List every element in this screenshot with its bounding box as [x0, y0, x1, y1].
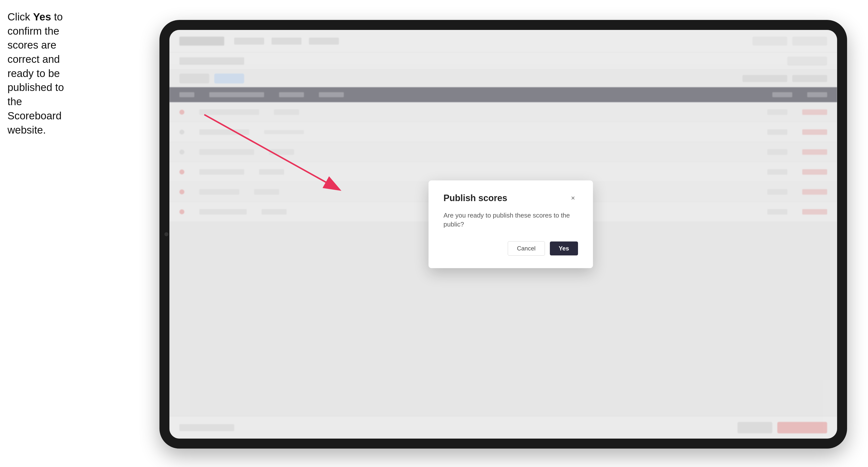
tablet-device: Publish scores × Are you ready to publis… — [159, 20, 847, 448]
yes-button[interactable]: Yes — [550, 242, 578, 255]
instruction-text: Click Yes to confirm the scores are corr… — [7, 10, 77, 137]
modal-footer: Cancel Yes — [443, 241, 578, 256]
modal-dialog: Publish scores × Are you ready to publis… — [429, 180, 593, 269]
modal-close-button[interactable]: × — [568, 193, 578, 203]
modal-header: Publish scores × — [443, 193, 578, 204]
bold-yes: Yes — [33, 11, 51, 23]
modal-title: Publish scores — [443, 193, 507, 204]
tablet-camera — [164, 232, 168, 236]
modal-body-text: Are you ready to publish these scores to… — [443, 211, 578, 229]
tablet-screen: Publish scores × Are you ready to publis… — [169, 30, 837, 439]
cancel-button[interactable]: Cancel — [508, 241, 545, 256]
modal-overlay: Publish scores × Are you ready to publis… — [169, 30, 837, 439]
